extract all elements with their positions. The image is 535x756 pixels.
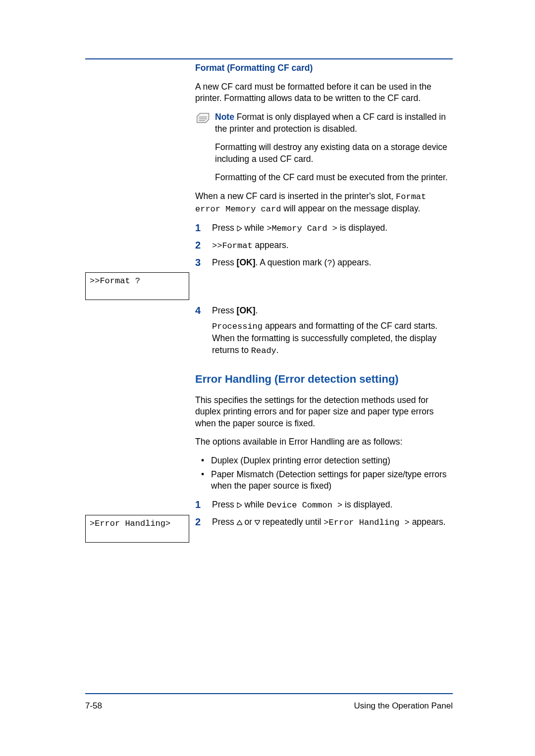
step-body: Press or repeatedly until >Error Handlin… bbox=[212, 517, 446, 527]
text: repeatedly until bbox=[260, 517, 323, 527]
step-1: 1 Press while >Memory Card > is displaye… bbox=[195, 222, 453, 235]
step-number: 3 bbox=[195, 256, 201, 269]
main-column: Format (Formatting CF card) A new CF car… bbox=[195, 62, 453, 534]
step-4: 4 Press [OK]. Processing appears and for… bbox=[195, 305, 453, 357]
text: appears. bbox=[253, 240, 289, 250]
format-insert-paragraph: When a new CF card is inserted in the pr… bbox=[195, 191, 453, 215]
note-icon bbox=[195, 111, 210, 130]
step-2: 2 Press or repeatedly until >Error Handl… bbox=[195, 516, 453, 529]
text: When a new CF card is inserted in the pr… bbox=[195, 191, 396, 201]
note-text: Note Format is only displayed when a CF … bbox=[215, 111, 453, 135]
step-number: 4 bbox=[195, 304, 201, 317]
text: Press bbox=[212, 257, 237, 267]
down-triangle-icon bbox=[255, 517, 260, 529]
format-steps-cont: 4 Press [OK]. Processing appears and for… bbox=[195, 305, 453, 357]
page-number: 7-58 bbox=[85, 701, 102, 712]
note-label: Note bbox=[215, 112, 234, 122]
code: Processing bbox=[212, 322, 263, 331]
step-2: 2 >>Format appears. bbox=[195, 240, 453, 252]
text: or bbox=[242, 517, 255, 527]
text: Duplex (Duplex printing error detection … bbox=[211, 455, 390, 465]
text: Press bbox=[212, 500, 237, 509]
step-body: >>Format appears. bbox=[212, 240, 289, 250]
text: will appear on the message display. bbox=[281, 203, 420, 213]
header-rule bbox=[85, 58, 453, 59]
code: >>Format bbox=[212, 241, 253, 251]
lcd-text: >Error Handling> bbox=[90, 519, 170, 528]
heading-format: Format (Formatting CF card) bbox=[195, 62, 453, 74]
step-body: Press [OK]. bbox=[212, 305, 258, 315]
lcd-display-error-handling: >Error Handling> bbox=[85, 515, 189, 543]
text: ) appears. bbox=[332, 257, 372, 267]
text: . A question mark ( bbox=[256, 257, 327, 267]
text: appears. bbox=[410, 517, 446, 527]
footer-section: Using the Operation Panel bbox=[354, 701, 453, 712]
footer: 7-58 Using the Operation Panel bbox=[85, 701, 453, 712]
ok-key: [OK] bbox=[237, 305, 256, 315]
step-sub: Processing appears and formatting of the… bbox=[212, 320, 453, 357]
svg-marker-0 bbox=[237, 226, 242, 231]
text: Press bbox=[212, 517, 237, 527]
code: Ready bbox=[251, 346, 276, 355]
text: while bbox=[242, 223, 267, 233]
svg-marker-1 bbox=[237, 503, 242, 508]
step-number: 2 bbox=[195, 239, 201, 252]
text: is displayed. bbox=[342, 500, 392, 509]
code: >Memory Card > bbox=[267, 224, 337, 233]
list-item: Paper Mismatch (Detection settings for p… bbox=[195, 469, 453, 492]
text: Paper Mismatch (Detection settings for p… bbox=[211, 469, 447, 491]
step-number: 1 bbox=[195, 498, 201, 511]
up-triangle-icon bbox=[237, 517, 242, 529]
heading-error-handling: Error Handling (Error detection setting) bbox=[195, 372, 453, 387]
footer-rule bbox=[85, 693, 453, 694]
step-number: 1 bbox=[195, 221, 201, 235]
error-intro: This specifies the settings for the dete… bbox=[195, 395, 453, 430]
lcd-display-format: >>Format ? bbox=[85, 272, 189, 300]
note-sub2: Formatting of the CF card must be execut… bbox=[215, 172, 453, 184]
lcd-text: >>Format ? bbox=[90, 276, 140, 286]
code: Device Common > bbox=[267, 501, 342, 510]
text: . bbox=[256, 305, 258, 315]
note-body-text: Format is only displayed when a CF card … bbox=[215, 112, 446, 134]
note-block: Note Format is only displayed when a CF … bbox=[195, 111, 453, 135]
step-body: Press [OK]. A question mark (?) appears. bbox=[212, 257, 371, 267]
error-options-lead: The options available in Error Handling … bbox=[195, 436, 453, 448]
step-number: 2 bbox=[195, 515, 201, 529]
code: >Error Handling > bbox=[323, 518, 409, 527]
list-item: Duplex (Duplex printing error detection … bbox=[195, 455, 453, 467]
spacer bbox=[195, 274, 453, 305]
error-steps: 1 Press while Device Common > is display… bbox=[195, 499, 453, 529]
format-steps: 1 Press while >Memory Card > is displaye… bbox=[195, 222, 453, 269]
svg-marker-2 bbox=[237, 520, 242, 525]
svg-marker-3 bbox=[255, 520, 260, 525]
format-intro: A new CF card must be formatted before i… bbox=[195, 81, 453, 104]
right-triangle-icon bbox=[237, 500, 242, 511]
step-3: 3 Press [OK]. A question mark (?) appear… bbox=[195, 257, 453, 269]
text: is displayed. bbox=[337, 223, 387, 233]
step-1: 1 Press while Device Common > is display… bbox=[195, 499, 453, 511]
text: while bbox=[242, 500, 267, 509]
text: Press bbox=[212, 223, 237, 233]
code: ? bbox=[327, 258, 332, 268]
text: . bbox=[276, 345, 279, 355]
text: Press bbox=[212, 305, 237, 315]
right-triangle-icon bbox=[237, 223, 242, 235]
error-options-list: Duplex (Duplex printing error detection … bbox=[195, 455, 453, 492]
ok-key: [OK] bbox=[237, 257, 256, 267]
step-body: Press while Device Common > is displayed… bbox=[212, 500, 392, 509]
note-sub1: Formatting will destroy any existing dat… bbox=[215, 142, 453, 165]
step-body: Press while >Memory Card > is displayed. bbox=[212, 223, 387, 233]
